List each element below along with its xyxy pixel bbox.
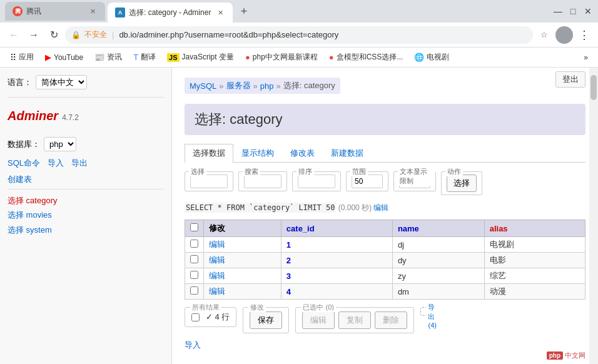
edit-link-1[interactable]: 编辑 (209, 255, 225, 265)
bookmark-apps[interactable]: ⠿ 应用 (5, 50, 39, 65)
bookmark-tv[interactable]: 🌐 电视剧 (409, 50, 454, 65)
profile-avatar[interactable] (555, 26, 573, 44)
row-cate_id-3: 4 (281, 284, 392, 300)
tab-inactive[interactable]: 腾 腾讯 ✕ (5, 2, 105, 21)
bookmark-tv-label: 电视剧 (427, 52, 449, 63)
row-check-3[interactable] (190, 286, 198, 295)
export-link[interactable]: 导出 (71, 158, 88, 169)
bookmark-star[interactable]: ☆ (535, 26, 553, 44)
bookmark-youtube-label: YouTube (54, 53, 83, 62)
filter-limit-section: 文本显示限制 (393, 171, 436, 191)
tab-new-data[interactable]: 新建数据 (323, 144, 372, 162)
translate-icon: T (133, 53, 138, 62)
title-bar: 腾 腾讯 ✕ A 选择: category - Adminer ✕ + — □ … (0, 0, 598, 23)
filter-sort-input[interactable] (298, 174, 335, 188)
th-cate_id-link[interactable]: cate_id (286, 224, 315, 233)
edit-button[interactable]: 编辑 (302, 311, 335, 329)
edit-link-2[interactable]: 编辑 (209, 271, 225, 280)
bookmark-youtube[interactable]: ▶ YouTube (40, 50, 88, 65)
tab-modify-table[interactable]: 修改表 (282, 144, 323, 162)
filter-select-label: 选择 (189, 167, 206, 176)
filter-range-label: 范围 (350, 167, 368, 176)
import-link[interactable]: 导入 (48, 158, 64, 169)
select-all-checkbox[interactable] (190, 223, 198, 231)
breadcrumb: MySQL » 服务器 » php » 选择: category (185, 78, 340, 94)
scrollbar-thumb[interactable] (590, 75, 597, 100)
export-label[interactable]: 导出 (4) (426, 303, 438, 329)
sidebar-item-category[interactable]: 选择 category (8, 193, 164, 208)
sql-time: (0.000 秒) (338, 203, 372, 212)
save-button[interactable]: 保存 (250, 311, 282, 329)
breadcrumb-server[interactable]: 服务器 (226, 80, 251, 91)
sidebar-item-system[interactable]: 选择 system (8, 223, 164, 237)
breadcrumb-php[interactable]: php (260, 81, 274, 91)
main-content: MySQL » 服务器 » php » 选择: category 登出 选择: … (172, 68, 598, 364)
import-link-bottom[interactable]: 导入 (185, 340, 585, 351)
language-select[interactable]: 简体中文 (36, 75, 87, 89)
db-select[interactable]: php (44, 137, 76, 151)
tab-show-structure[interactable]: 显示结构 (233, 144, 282, 162)
copy-button[interactable]: 复制 (338, 311, 371, 329)
row-check-0[interactable] (190, 240, 198, 248)
back-button[interactable]: ← (5, 26, 23, 44)
th-name-link[interactable]: name (398, 224, 419, 233)
th-alias-link[interactable]: alias (490, 224, 508, 233)
sidebar-item-movies[interactable]: 选择 movies (8, 208, 164, 222)
create-table-link[interactable]: 创建表 (8, 174, 32, 184)
scrollbar[interactable] (589, 68, 598, 364)
sidebar: 语言： 简体中文 Adminer 4.7.2 数据库： php SQL命令 (0, 68, 172, 364)
row-check-2[interactable] (190, 271, 198, 279)
more-bookmarks-button[interactable]: » (579, 50, 593, 65)
close-button[interactable]: ✕ (583, 6, 593, 16)
row-name-3: dm (392, 284, 484, 300)
new-tab-button[interactable]: + (235, 3, 253, 20)
minimize-button[interactable]: — (553, 6, 563, 16)
all-rows-checkbox[interactable] (191, 313, 200, 321)
filter-search-input[interactable] (244, 174, 281, 188)
export-group: 导出 (4) (420, 307, 434, 316)
logout-button[interactable]: 登出 (555, 71, 585, 88)
table-row: 编辑 4 dm 动漫 (185, 284, 585, 300)
tab-inactive-favicon: 腾 (13, 6, 23, 16)
all-results-group: 所有结果 ✓ 4 行 (185, 307, 236, 327)
browser-menu-button[interactable]: ⋮ (575, 26, 593, 44)
filter-action-section: 动作 选择 (441, 171, 482, 195)
bookmark-php[interactable]: ● php中文网最新课程 (240, 50, 323, 65)
th-modify: 修改 (204, 220, 281, 237)
bookmark-js[interactable]: JS JavaScript 变量 (162, 50, 239, 65)
filter-select-input[interactable] (190, 174, 228, 188)
forward-button[interactable]: → (25, 26, 43, 44)
filter-range-input[interactable] (352, 174, 383, 188)
filter-search-section: 搜索 (238, 171, 287, 191)
bookmark-css[interactable]: ● 盒模型和CSS选择... (324, 50, 408, 65)
row-alias-3: 动漫 (484, 284, 585, 300)
filter-range-section: 范围 (346, 171, 388, 191)
sidebar-tables: 选择 category 选择 movies 选择 system (8, 193, 164, 237)
bookmark-translate[interactable]: T 翻译 (128, 50, 161, 65)
tab-active-favicon: A (115, 8, 125, 18)
row-check-1[interactable] (190, 255, 198, 263)
reload-button[interactable]: ↻ (45, 26, 63, 44)
filter-action-button[interactable]: 选择 (447, 174, 477, 192)
edit-link-0[interactable]: 编辑 (209, 240, 225, 249)
delete-button[interactable]: 删除 (375, 311, 407, 329)
row-edit-3: 编辑 (204, 284, 281, 300)
bookmark-news[interactable]: 📰 资讯 (89, 50, 127, 65)
page-content: 语言： 简体中文 Adminer 4.7.2 数据库： php SQL命令 (0, 68, 598, 364)
tab-inactive-label: 腾讯 (26, 6, 41, 17)
breadcrumb-mysql[interactable]: MySQL (190, 81, 216, 91)
row-checkbox-2 (185, 268, 204, 284)
language-row: 语言： 简体中文 (8, 75, 164, 89)
tab-active-close[interactable]: ✕ (215, 8, 225, 18)
news-icon: 📰 (94, 53, 104, 62)
tab-select-data[interactable]: 选择数据 (185, 144, 233, 163)
address-bar[interactable]: 🔒 不安全 | db.io/adminer.php?username=root&… (65, 26, 533, 44)
sql-line: SELECT * FROM `category` LIMIT 50 (0.000… (185, 203, 585, 213)
row-checkbox-0 (185, 237, 204, 253)
sql-cmd-link[interactable]: SQL命令 (8, 158, 40, 169)
edit-link-3[interactable]: 编辑 (209, 286, 225, 296)
tab-inactive-close[interactable]: ✕ (88, 6, 98, 16)
sql-edit-link[interactable]: 编辑 (373, 203, 388, 212)
maximize-button[interactable]: □ (568, 6, 578, 16)
tab-active[interactable]: A 选择: category - Adminer ✕ (108, 3, 233, 23)
